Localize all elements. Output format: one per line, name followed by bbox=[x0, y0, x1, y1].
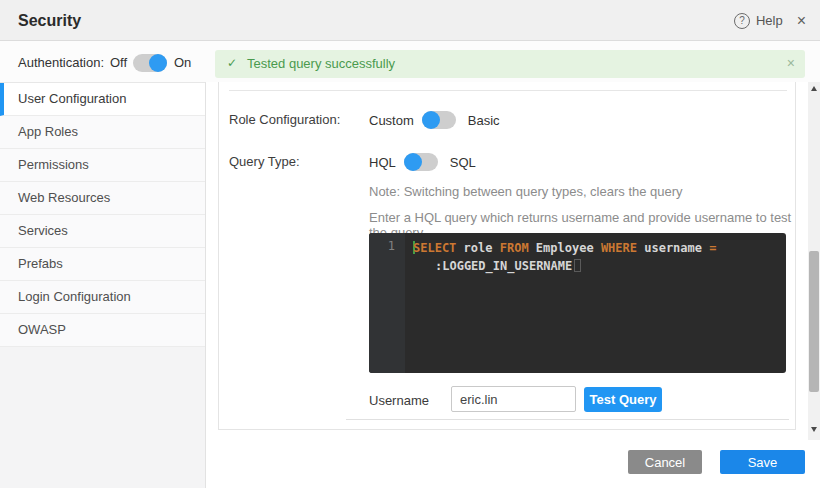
editor-line-number: 1 bbox=[369, 233, 405, 373]
role-option-basic[interactable]: Basic bbox=[468, 113, 500, 128]
sidebar-item-owasp[interactable]: OWASP bbox=[0, 314, 205, 347]
query-type-toggle[interactable] bbox=[404, 153, 438, 171]
editor-code[interactable]: SELECT role FROM Employee WHERE username… bbox=[405, 233, 786, 373]
code-token-plain: role bbox=[456, 241, 499, 255]
header-bar: Security ? Help × bbox=[0, 0, 820, 41]
role-configuration-toggle[interactable] bbox=[422, 111, 456, 129]
close-icon[interactable]: × bbox=[797, 13, 806, 29]
sidebar-item-login-configuration[interactable]: Login Configuration bbox=[0, 281, 205, 314]
query-option-hql[interactable]: HQL bbox=[369, 155, 396, 170]
toggle-knob bbox=[422, 111, 440, 129]
query-code-editor[interactable]: 1 SELECT role FROM Employee WHERE userna… bbox=[369, 233, 786, 373]
code-token-plain: username bbox=[637, 241, 709, 255]
sidebar-item-web-resources[interactable]: Web Resources bbox=[0, 182, 205, 215]
scroll-up-icon[interactable] bbox=[811, 86, 817, 91]
sidebar-item-permissions[interactable]: Permissions bbox=[0, 149, 205, 182]
banner-close-icon[interactable]: × bbox=[787, 55, 795, 71]
help-label: Help bbox=[756, 13, 783, 28]
help-icon: ? bbox=[734, 13, 750, 29]
username-input[interactable] bbox=[451, 386, 576, 412]
success-banner: ✓ Tested query successfully × bbox=[215, 50, 805, 78]
query-option-sql[interactable]: SQL bbox=[450, 155, 476, 170]
sidebar: User ConfigurationApp RolesPermissionsWe… bbox=[0, 82, 206, 488]
sidebar-item-prefabs[interactable]: Prefabs bbox=[0, 248, 205, 281]
section-divider-top bbox=[229, 90, 787, 91]
editor-end-marker bbox=[574, 259, 581, 272]
scroll-down-icon[interactable] bbox=[811, 427, 817, 432]
section-divider-bottom bbox=[346, 419, 789, 420]
sidebar-item-services[interactable]: Services bbox=[0, 215, 205, 248]
code-token-keyword: WHERE bbox=[601, 241, 637, 255]
authentication-option-off[interactable]: Off bbox=[110, 55, 127, 70]
code-token-keyword: SELECT bbox=[413, 241, 456, 255]
toggle-knob bbox=[404, 153, 422, 171]
username-label: Username bbox=[369, 393, 429, 408]
security-dialog: Security ? Help × Authentication: Off On… bbox=[0, 0, 820, 488]
vertical-scrollbar[interactable] bbox=[808, 82, 820, 440]
check-icon: ✓ bbox=[227, 56, 237, 70]
cancel-button[interactable]: Cancel bbox=[628, 450, 702, 474]
query-type-label: Query Type: bbox=[229, 154, 300, 169]
test-query-button[interactable]: Test Query bbox=[584, 387, 662, 412]
toggle-knob bbox=[149, 54, 167, 72]
sidebar-item-user-configuration[interactable]: User Configuration bbox=[0, 83, 205, 116]
role-option-custom[interactable]: Custom bbox=[369, 113, 414, 128]
authentication-toggle[interactable] bbox=[133, 54, 167, 72]
scrollbar-thumb[interactable] bbox=[809, 251, 819, 392]
authentication-row: Authentication: Off On ✓ Tested query su… bbox=[0, 41, 820, 82]
code-token-plain: Employee bbox=[529, 241, 601, 255]
settings-panel: Role Configuration: Custom Basic Query T… bbox=[218, 82, 796, 430]
help-button[interactable]: ? Help bbox=[734, 13, 783, 29]
save-button[interactable]: Save bbox=[720, 450, 805, 474]
query-note: Note: Switching between query types, cle… bbox=[369, 184, 683, 199]
role-configuration-label: Role Configuration: bbox=[229, 112, 340, 127]
sidebar-item-app-roles[interactable]: App Roles bbox=[0, 116, 205, 149]
authentication-label: Authentication: bbox=[18, 55, 104, 70]
page-title: Security bbox=[18, 0, 81, 41]
banner-message: Tested query successfully bbox=[247, 56, 395, 71]
code-token-keyword: FROM bbox=[500, 241, 529, 255]
authentication-option-on[interactable]: On bbox=[174, 55, 191, 70]
